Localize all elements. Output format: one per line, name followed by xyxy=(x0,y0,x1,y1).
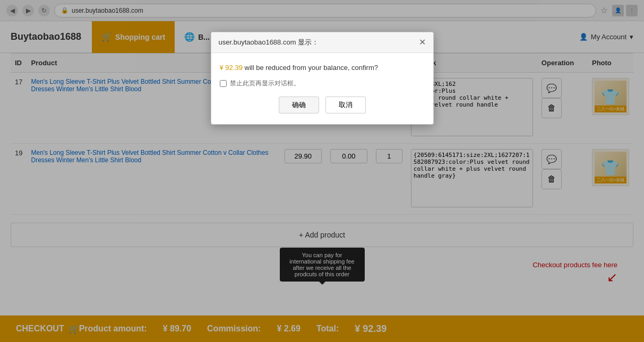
modal-message: ¥ 92.39 will be reduced from your balanc… xyxy=(220,64,425,72)
modal-title: user.buytaobao1688.com 显示： xyxy=(219,38,319,47)
modal-amount: ¥ 92.39 xyxy=(220,64,243,72)
modal-body: ¥ 92.39 will be reduced from your balanc… xyxy=(211,53,433,124)
modal-actions: 确确 取消 xyxy=(220,97,425,113)
modal-confirm-button[interactable]: 确确 xyxy=(279,97,319,113)
modal-close-button[interactable]: ✕ xyxy=(419,38,426,47)
modal-dialog: user.buytaobao1688.com 显示： ✕ ¥ 92.39 wil… xyxy=(211,32,434,125)
modal-message-text: will be reduced from your balance, confi… xyxy=(245,64,378,72)
modal-checkbox-row: 禁止此页再显示对话框。 xyxy=(220,79,425,88)
modal-overlay: user.buytaobao1688.com 显示： ✕ ¥ 92.39 wil… xyxy=(0,0,644,342)
modal-cancel-button[interactable]: 取消 xyxy=(325,97,366,113)
modal-header: user.buytaobao1688.com 显示： ✕ xyxy=(211,32,433,53)
modal-checkbox-label: 禁止此页再显示对话框。 xyxy=(230,79,300,88)
modal-dont-show-checkbox[interactable] xyxy=(220,80,227,87)
